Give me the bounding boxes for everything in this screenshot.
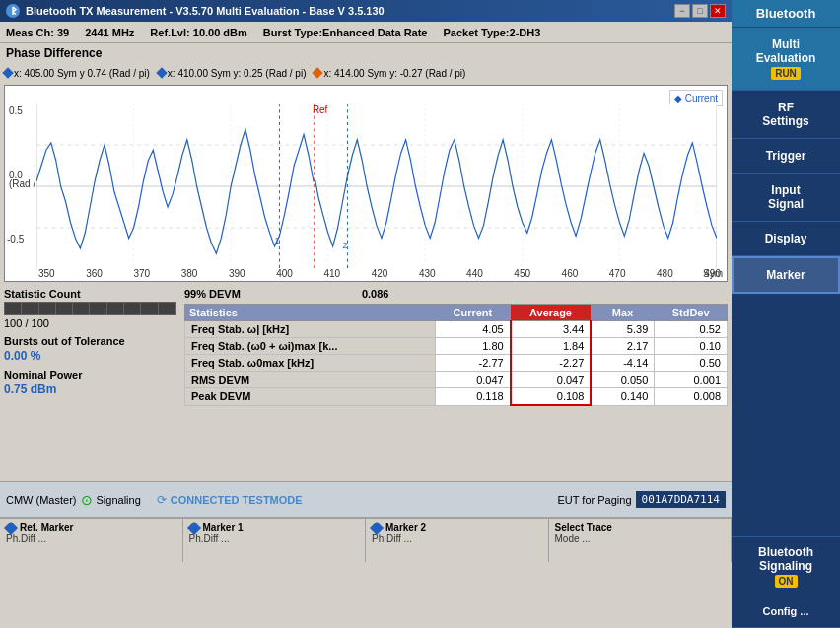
nom-power-label: Nominal Power (4, 369, 176, 381)
svg-text:Ref: Ref (313, 105, 327, 115)
marker-2-icon (156, 67, 167, 78)
sidebar-item-marker[interactable]: Marker (732, 256, 840, 294)
row-0-stddev: 0.52 (655, 321, 728, 338)
sidebar: Bluetooth MultiEvaluation RUN RFSettings… (732, 0, 840, 628)
row-3-max: 0.050 (591, 372, 654, 388)
row-4-current: 0.118 (435, 388, 511, 406)
cmw-label: CMW (Master) (6, 494, 77, 506)
stats-area: Statistic Count 100 / 100 Bursts out of … (0, 284, 732, 481)
nom-power-value: 0.75 dBm (4, 383, 176, 396)
row-0-average: 3.44 (511, 321, 592, 338)
col-header-average: Average (511, 305, 592, 321)
connected-label: CONNECTED TESTMODE (171, 494, 303, 506)
sidebar-item-config[interactable]: Config ... (732, 595, 840, 628)
marker-3: x: 414.00 Sym y: -0.27 (Rad / pi) (314, 68, 465, 79)
row-1-current: 1.80 (435, 338, 511, 355)
row-1-max: 2.17 (591, 338, 654, 355)
tab-marker-2-sub: Ph.Diff ... (372, 533, 542, 544)
prog-10 (159, 303, 175, 314)
cmw-status: CMW (Master) ⊙ Signaling (6, 492, 141, 508)
title-bar: Bluetooth TX Measurement - V3.5.70 Multi… (0, 0, 732, 22)
row-1-stddev: 0.10 (655, 338, 728, 355)
prog-8 (124, 303, 141, 314)
row-4-average: 0.108 (511, 388, 592, 406)
chart-sym-label: Sym (703, 268, 723, 279)
tab-ref-marker[interactable]: Ref. Marker Ph.Diff ... (0, 519, 183, 562)
sidebar-item-rf-settings[interactable]: RFSettings (732, 91, 840, 139)
row-label-2: Freq Stab. ω0max [kHz] (185, 355, 436, 372)
row-3-stddev: 0.001 (655, 372, 728, 388)
tab-marker-1[interactable]: Marker 1 Ph.Diff ... (183, 519, 367, 562)
section-header: Phase Difference (0, 43, 732, 63)
marker-1-icon (2, 67, 13, 78)
sidebar-item-trigger[interactable]: Trigger (732, 139, 840, 174)
sidebar-bluetooth-signaling[interactable]: BluetoothSignaling ON (732, 536, 840, 595)
bursts-block: Bursts out of Tolerance 0.00 % (4, 335, 176, 363)
window-controls: − □ ✕ (674, 4, 726, 18)
devm-value: 0.086 (362, 288, 389, 300)
row-2-average: -2.27 (511, 355, 592, 372)
prog-6 (90, 303, 106, 314)
prog-5 (73, 303, 90, 314)
sidebar-item-multi-evaluation[interactable]: MultiEvaluation RUN (732, 28, 840, 91)
svg-text:2: 2 (342, 241, 347, 250)
prog-4 (56, 303, 73, 314)
bluetooth-icon (6, 4, 20, 18)
row-label-4: Peak DEVM (185, 388, 436, 406)
close-button[interactable]: ✕ (710, 4, 726, 18)
devm-row: 99% DEVM 0.086 (184, 288, 728, 300)
chart-area: ◆ Current (Rad / pi) 0.5 0.0 -0.5 Ref (4, 85, 728, 282)
tab-ref-marker-sub: Ph.Diff ... (6, 533, 176, 544)
signal-icon: ⊙ (81, 492, 93, 508)
stat-count-value: 100 / 100 (4, 317, 176, 329)
sidebar-item-display[interactable]: Display (732, 222, 840, 256)
table-row: Peak DEVM 0.118 0.108 0.140 0.008 (185, 388, 728, 406)
col-header-current: Current (435, 305, 511, 321)
row-4-stddev: 0.008 (655, 388, 728, 406)
sidebar-item-input-signal[interactable]: InputSignal (732, 174, 840, 222)
signaling-on-badge: ON (775, 575, 798, 588)
phase-difference-title: Phase Difference (6, 46, 102, 60)
eut-label: EUT for Paging (558, 494, 632, 506)
row-3-current: 0.047 (435, 372, 511, 388)
tab-select-trace[interactable]: Select Trace Mode ... (549, 519, 733, 562)
devm-label: 99% DEVM (184, 288, 241, 300)
status-bar: CMW (Master) ⊙ Signaling ⟳ CONNECTED TES… (0, 481, 732, 517)
prog-1 (5, 303, 22, 314)
main-area: Bluetooth TX Measurement - V3.5.70 Multi… (0, 0, 732, 628)
stat-count-block: Statistic Count 100 / 100 (4, 288, 176, 329)
connected-status: ⟳ CONNECTED TESTMODE (157, 493, 303, 507)
tab-marker-2[interactable]: Marker 2 Ph.Diff ... (366, 519, 549, 562)
col-header-max: Max (591, 305, 654, 321)
eut-value: 001A7DDA7114 (636, 491, 726, 508)
marker-2: x: 410.00 Sym y: 0.25 (Rad / pi) (158, 68, 307, 79)
prog-3 (39, 303, 56, 314)
prog-2 (22, 303, 38, 314)
col-header-stats: Statistics (185, 305, 436, 321)
bottom-tabs: Ref. Marker Ph.Diff ... Marker 1 Ph.Diff… (0, 517, 732, 562)
freq-value: 2441 MHz (85, 27, 134, 38)
sidebar-spacer (732, 294, 840, 536)
packet-type-label: Packet Type:2-DH3 (443, 27, 540, 38)
info-bar: Meas Ch: 39 2441 MHz Ref.Lvl: 10.00 dBm … (0, 22, 732, 43)
svg-text:1: 1 (275, 236, 280, 245)
stat-count-label: Statistic Count (4, 288, 176, 300)
nom-power-block: Nominal Power 0.75 dBm (4, 369, 176, 396)
eut-status: EUT for Paging 001A7DDA7114 (558, 491, 727, 508)
stats-left: Statistic Count 100 / 100 Bursts out of … (4, 288, 176, 477)
progress-bar (4, 302, 176, 315)
y-label-neg: -0.5 (7, 234, 24, 244)
tab-ref-marker-label: Ref. Marker (6, 522, 176, 533)
row-1-average: 1.84 (511, 338, 592, 355)
run-badge: RUN (771, 67, 801, 80)
minimize-button[interactable]: − (674, 4, 690, 18)
meas-ch-label: Meas Ch: 39 (6, 27, 69, 38)
table-row: Freq Stab. ω| [kHz] 4.05 3.44 5.39 0.52 (185, 321, 728, 338)
chart-svg: Ref 1 2 (36, 104, 717, 269)
row-3-average: 0.047 (511, 372, 592, 388)
markers-bar: x: 405.00 Sym y 0.74 (Rad / pi) x: 410.0… (0, 63, 732, 83)
row-4-max: 0.140 (591, 388, 654, 406)
maximize-button[interactable]: □ (692, 4, 708, 18)
marker-1: x: 405.00 Sym y 0.74 (Rad / pi) (4, 68, 150, 79)
tab-select-trace-label: Select Trace (555, 522, 726, 533)
